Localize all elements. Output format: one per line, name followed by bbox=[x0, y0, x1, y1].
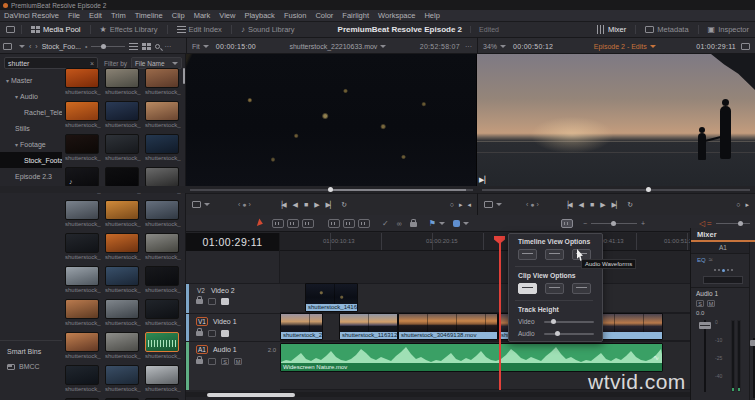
go-to-last-frame-button[interactable]: ▶▏ bbox=[326, 201, 335, 209]
clip-view-minimal-button[interactable] bbox=[572, 283, 591, 294]
menu-fusion[interactable]: Fusion bbox=[284, 11, 307, 20]
menu-color[interactable]: Color bbox=[315, 11, 333, 20]
auto-select-icon[interactable] bbox=[208, 298, 216, 305]
bin-view-mode-icon[interactable] bbox=[3, 43, 12, 50]
marker-icon[interactable] bbox=[453, 220, 460, 227]
menu-fairlight[interactable]: Fairlight bbox=[342, 11, 369, 20]
media-thumbnail[interactable]: shutterstock_ bbox=[65, 365, 101, 398]
viewer-expand-icon[interactable] bbox=[741, 43, 750, 50]
auto-select-icon[interactable] bbox=[208, 358, 216, 365]
tl-play-button[interactable]: ▶ bbox=[600, 201, 604, 209]
timeline-audio-clip[interactable]: Widescreen Nature.mov∿ bbox=[280, 343, 663, 372]
loop-button[interactable]: ↻ bbox=[341, 201, 346, 209]
pan-control[interactable] bbox=[691, 265, 755, 275]
source-video-frame[interactable] bbox=[186, 54, 476, 186]
track-lock-icon[interactable] bbox=[196, 299, 203, 304]
match-frame-icon[interactable]: ○ bbox=[450, 201, 454, 208]
search-clear-icon[interactable]: × bbox=[90, 60, 94, 67]
source-scrubber[interactable] bbox=[190, 189, 473, 191]
track-target-badge[interactable]: V1 bbox=[196, 317, 208, 326]
mark-out-icon[interactable]: ◂ bbox=[467, 201, 471, 209]
timeline-scrubber-playhead[interactable] bbox=[646, 187, 651, 192]
timeline-scrubber[interactable] bbox=[482, 189, 750, 191]
go-to-first-frame-button[interactable]: ▕◀ bbox=[277, 201, 286, 209]
timeline-clip[interactable]: shutterstock_25... bbox=[280, 313, 323, 340]
media-thumbnail[interactable]: shutterstock_ bbox=[65, 233, 101, 266]
media-thumbnail[interactable]: shutterstock_ bbox=[65, 101, 101, 134]
audio-height-slider[interactable] bbox=[544, 333, 594, 335]
fader-handle-2[interactable] bbox=[750, 340, 755, 346]
source-options-button[interactable]: ··· bbox=[465, 43, 472, 50]
media-thumbnail[interactable]: shutterstock_ bbox=[105, 266, 141, 299]
video-height-slider[interactable] bbox=[544, 321, 594, 323]
mark-in-icon[interactable]: ▸ bbox=[459, 201, 463, 209]
media-thumbnail[interactable]: shutterstock_ bbox=[145, 134, 181, 167]
tl-go-to-last-frame-button[interactable]: ▶▏ bbox=[612, 201, 621, 209]
play-button[interactable]: ▶ bbox=[314, 201, 318, 209]
trim-edit-mode-button[interactable] bbox=[272, 219, 284, 228]
bin-item[interactable]: Episode 2.3 bbox=[0, 168, 62, 184]
bin-item[interactable]: Rachel_Tele... bbox=[0, 104, 62, 120]
grid-view-icon[interactable] bbox=[142, 43, 151, 50]
track-lock-icon[interactable] bbox=[196, 331, 203, 336]
menu-davinci-resolve[interactable]: DaVinci Resolve bbox=[4, 11, 59, 20]
timeline-zoom-dropdown[interactable]: 34% bbox=[483, 43, 506, 50]
eq-label[interactable]: EQ bbox=[697, 257, 706, 263]
position-lock-icon[interactable] bbox=[410, 222, 417, 227]
media-thumbnail[interactable]: shutterstock_ bbox=[105, 68, 141, 101]
menu-clip[interactable]: Clip bbox=[172, 11, 185, 20]
source-jog-control[interactable]: ‹ ● › bbox=[238, 201, 251, 208]
stacked-timelines-button[interactable] bbox=[518, 249, 537, 260]
pan-graph[interactable] bbox=[703, 276, 743, 284]
bin-item[interactable]: Stock_Foota... bbox=[0, 152, 62, 168]
source-clip-name-dropdown[interactable]: shutterstock_22210633.mov bbox=[256, 43, 420, 50]
media-thumbnail[interactable]: shutterstock_ bbox=[105, 233, 141, 266]
media-thumbnail[interactable]: shutterstock_ bbox=[105, 134, 141, 167]
zoom-in-icon[interactable]: + bbox=[641, 220, 645, 227]
bin-item[interactable]: ▾Master bbox=[0, 72, 62, 88]
clip-view-thumbnail-button[interactable] bbox=[545, 283, 564, 294]
bin-item[interactable]: ▾Audio bbox=[0, 88, 62, 104]
thumbnail-scrollbar[interactable] bbox=[183, 68, 185, 84]
tab-inspector[interactable]: ▣ Inspector bbox=[699, 22, 755, 38]
insert-clip-button[interactable] bbox=[328, 219, 340, 228]
track-header-v1[interactable]: V1Video 1 bbox=[186, 313, 280, 341]
media-thumbnail[interactable]: ♪shutterstock_ bbox=[65, 167, 101, 200]
track-target-badge[interactable]: V2 bbox=[196, 287, 206, 294]
tl-mark-icon[interactable]: ▸ bbox=[745, 201, 749, 209]
menu-help[interactable]: Help bbox=[424, 11, 439, 20]
media-thumbnail[interactable]: shutterstock_ bbox=[145, 332, 181, 365]
dynamic-trim-mode-button[interactable] bbox=[287, 219, 299, 228]
source-zoom-dropdown[interactable]: Fit bbox=[192, 43, 209, 50]
tab-effects-library[interactable]: ★ Effects Library bbox=[91, 22, 167, 38]
audio-mute-icon[interactable]: ◁＝ bbox=[699, 218, 713, 229]
menu-timeline[interactable]: Timeline bbox=[135, 11, 163, 20]
media-thumbnail[interactable]: shutterstock_ bbox=[65, 68, 101, 101]
chevron-down-icon[interactable]: ▾ bbox=[15, 93, 18, 100]
fader-handle[interactable] bbox=[699, 322, 711, 329]
bin-item[interactable]: Stills bbox=[0, 120, 62, 136]
track-solo-button[interactable]: S bbox=[221, 358, 229, 365]
playhead-line[interactable] bbox=[499, 239, 501, 390]
media-thumbnail[interactable]: shutterstock_ bbox=[145, 68, 181, 101]
flag-icon[interactable]: ⚑ bbox=[429, 219, 436, 228]
menu-trim[interactable]: Trim bbox=[111, 11, 126, 20]
subtitle-track-button[interactable] bbox=[545, 249, 564, 260]
media-thumbnail[interactable]: shutterstock_ bbox=[65, 134, 101, 167]
overwrite-clip-button[interactable] bbox=[343, 219, 355, 228]
media-thumbnail[interactable]: shutterstock_ bbox=[145, 266, 181, 299]
bin-item[interactable]: ▾Footage bbox=[0, 136, 62, 152]
menu-playback[interactable]: Playback bbox=[244, 11, 274, 20]
timeline-ruler[interactable]: 01:00:10:1301:00:20:1501:00:41:1301:00:5… bbox=[280, 233, 690, 251]
zoom-out-icon[interactable]: − bbox=[583, 220, 587, 227]
media-thumbnail[interactable]: shutterstock_ bbox=[145, 200, 181, 233]
play-reverse-button[interactable]: ◀ bbox=[293, 201, 297, 209]
media-thumbnail[interactable]: shutterstock_ bbox=[65, 266, 101, 299]
menu-workspace[interactable]: Workspace bbox=[378, 11, 415, 20]
timeline-display-mode-icon[interactable] bbox=[484, 201, 493, 208]
replace-clip-button[interactable] bbox=[358, 219, 370, 228]
dual-screen-icon[interactable] bbox=[0, 22, 21, 38]
media-thumbnail[interactable]: shutterstock_ bbox=[105, 332, 141, 365]
chevron-down-icon[interactable]: ▾ bbox=[6, 77, 9, 84]
timeline-video-frame[interactable] bbox=[477, 54, 755, 186]
